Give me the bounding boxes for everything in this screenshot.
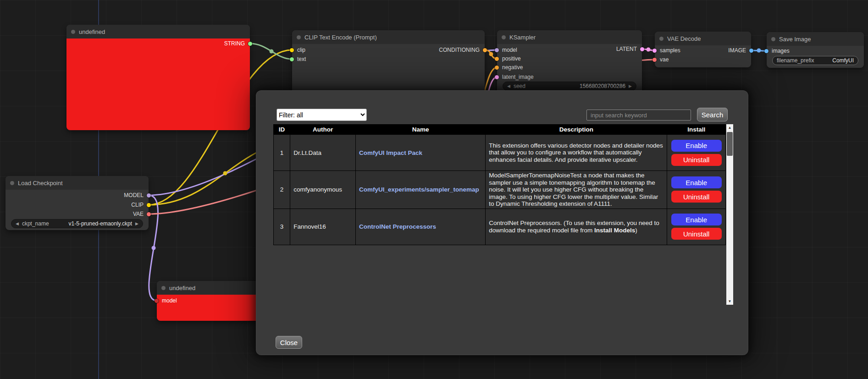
conditioning-output-slot[interactable]: CONDITIONING <box>439 46 487 54</box>
node-graph-canvas[interactable]: undefined STRING CLIP Text Encode (Promp… <box>0 0 868 379</box>
link-midpoint-dot <box>270 49 274 54</box>
string-output-slot[interactable]: STRING <box>224 40 252 47</box>
image-slot-dot[interactable] <box>749 49 753 53</box>
enable-button[interactable]: Enable <box>671 214 722 225</box>
images-input-slot[interactable]: images <box>764 47 790 55</box>
string-output-label: STRING <box>224 40 245 47</box>
model-input-slot[interactable]: model <box>155 297 177 304</box>
text-input-slot[interactable]: text <box>290 55 306 63</box>
image-output-slot[interactable]: IMAGE <box>728 47 753 54</box>
latent-slot-dot[interactable] <box>640 47 644 51</box>
clip-output-slot[interactable]: CLIP <box>131 201 151 209</box>
model-input-label: model <box>162 297 177 304</box>
clip-slot-dot[interactable] <box>290 48 294 52</box>
string-slot-dot[interactable] <box>248 42 252 46</box>
samples-input-slot[interactable]: samples <box>652 47 680 54</box>
node-collapse-dot[interactable] <box>161 286 166 290</box>
model-output-slot[interactable]: MODEL <box>124 192 151 199</box>
latent-output-label: LATENT <box>616 46 637 52</box>
node-vae-decode[interactable]: VAE Decode samples vae IMAGE <box>655 32 751 67</box>
node-title-bar[interactable]: KSampler <box>497 30 642 44</box>
close-button[interactable]: Close <box>276 336 302 349</box>
samples-slot-dot[interactable] <box>652 49 657 53</box>
vae-output-slot[interactable]: VAE <box>133 210 151 218</box>
latent-output-slot[interactable]: LATENT <box>616 45 644 53</box>
link-midpoint-dot <box>152 246 156 250</box>
node-collapse-dot[interactable] <box>502 35 506 39</box>
model-input-slot[interactable]: model <box>495 46 517 54</box>
increment-arrow-icon[interactable]: ▶ <box>629 84 632 88</box>
text-input-label: text <box>297 56 306 62</box>
extension-link[interactable]: ComfyUI Impact Pack <box>359 149 422 156</box>
vae-input-slot[interactable]: vae <box>652 56 669 63</box>
scrollbar-thumb[interactable] <box>727 132 733 156</box>
vae-slot-dot[interactable] <box>147 212 151 216</box>
ckpt-name-widget[interactable]: ◀ ckpt_name v1-5-pruned-emaonly.ckpt ▶ <box>11 219 143 228</box>
row-description: ControlNet Preprocessors. (To use this e… <box>486 209 667 245</box>
uninstall-button[interactable]: Uninstall <box>671 154 722 166</box>
latent-image-slot-dot[interactable] <box>495 75 499 79</box>
next-arrow-icon[interactable]: ▶ <box>135 221 138 226</box>
uninstall-button[interactable]: Uninstall <box>671 191 722 203</box>
clip-slot-dot[interactable] <box>147 203 151 207</box>
node-collapse-dot[interactable] <box>297 35 301 39</box>
node-title-bar[interactable]: undefined <box>157 281 271 295</box>
scroll-up-icon[interactable]: ▲ <box>726 124 733 131</box>
table-row: 1 Dr.Lt.Data ComfyUI Impact Pack This ex… <box>274 135 726 171</box>
filename-prefix-value: ComfyUI <box>832 57 854 64</box>
filter-dropdown[interactable]: Filter: all <box>276 109 367 121</box>
scroll-down-icon[interactable]: ▼ <box>726 298 733 305</box>
model-slot-dot[interactable] <box>147 193 151 198</box>
negative-slot-dot[interactable] <box>495 66 499 70</box>
previous-arrow-icon[interactable]: ◀ <box>16 221 19 226</box>
filename-prefix-widget[interactable]: filename_prefix ComfyUI <box>772 56 858 65</box>
latent-image-input-slot[interactable]: latent_image <box>495 73 534 81</box>
extension-link[interactable]: ComfyUI_experiments/sampler_tonemap <box>359 186 479 193</box>
images-slot-dot[interactable] <box>764 49 768 53</box>
ckpt-name-label: ckpt_name <box>22 220 49 227</box>
row-id: 1 <box>274 135 290 171</box>
positive-input-slot[interactable]: positive <box>495 55 521 62</box>
node-save-image[interactable]: Save Image images filename_prefix ComfyU… <box>767 32 864 68</box>
enable-button[interactable]: Enable <box>671 140 722 152</box>
node-undefined-bottom[interactable]: undefined model <box>157 281 271 321</box>
model-slot-dot[interactable] <box>155 299 159 303</box>
node-load-checkpoint[interactable]: Load Checkpoint MODEL CLIP VAE ◀ ckpt_na… <box>6 176 149 230</box>
negative-input-slot[interactable]: negative <box>495 64 523 71</box>
node-collapse-dot[interactable] <box>71 30 75 34</box>
vae-slot-dot[interactable] <box>652 58 657 62</box>
node-title-bar[interactable]: Save Image <box>767 32 864 46</box>
clip-input-slot[interactable]: clip <box>290 46 305 54</box>
header-id: ID <box>274 125 290 135</box>
extension-link[interactable]: ControlNet Preprocessors <box>359 223 436 230</box>
node-collapse-dot[interactable] <box>10 181 14 185</box>
negative-input-label: negative <box>502 64 523 71</box>
header-name: Name <box>355 125 485 135</box>
node-collapse-dot[interactable] <box>771 37 775 41</box>
decrement-arrow-icon[interactable]: ◀ <box>507 84 510 88</box>
row-id: 2 <box>274 171 290 209</box>
table-scrollbar[interactable]: ▲ ▼ <box>726 124 733 305</box>
search-button[interactable]: Search <box>697 108 728 121</box>
node-title: KSampler <box>509 34 536 41</box>
text-slot-dot[interactable] <box>290 57 294 61</box>
node-title-bar[interactable]: CLIP Text Encode (Prompt) <box>292 30 485 44</box>
node-collapse-dot[interactable] <box>659 37 663 41</box>
link-string-to-text <box>250 44 292 59</box>
node-title-bar[interactable]: Load Checkpoint <box>6 176 149 190</box>
node-title: VAE Decode <box>667 35 701 42</box>
node-title-bar[interactable]: VAE Decode <box>655 32 751 45</box>
positive-slot-dot[interactable] <box>495 57 499 61</box>
model-slot-dot[interactable] <box>495 48 499 52</box>
node-body: STRING <box>66 38 250 130</box>
row-id: 3 <box>274 209 290 245</box>
latent-image-input-label: latent_image <box>502 74 534 80</box>
search-input[interactable] <box>586 110 691 121</box>
node-undefined-top[interactable]: undefined STRING <box>66 25 250 130</box>
extension-manager-dialog: Filter: all Search ID Author Name Descri… <box>256 90 748 355</box>
enable-button[interactable]: Enable <box>671 176 722 188</box>
seed-widget[interactable]: ◀ seed 156680208700286 ▶ <box>503 82 636 91</box>
uninstall-button[interactable]: Uninstall <box>671 228 722 240</box>
conditioning-slot-dot[interactable] <box>483 48 487 52</box>
node-title-bar[interactable]: undefined <box>66 25 250 38</box>
